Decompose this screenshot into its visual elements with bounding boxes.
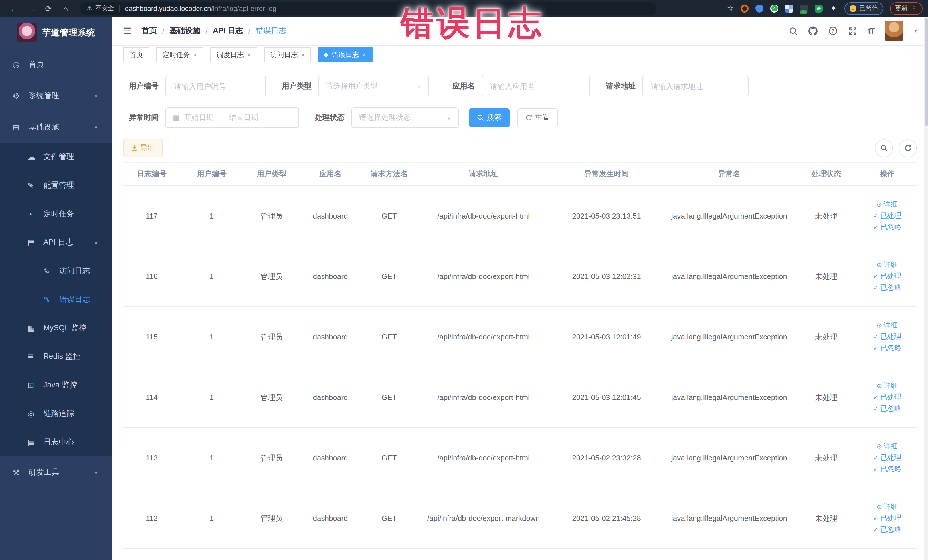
action-已处理[interactable]: ✓已处理 bbox=[873, 392, 901, 402]
toggle-search-button[interactable] bbox=[875, 139, 893, 157]
close-icon[interactable]: × bbox=[363, 51, 366, 58]
request-method-cell: GET bbox=[360, 514, 418, 523]
action-已处理[interactable]: ✓已处理 bbox=[873, 211, 901, 221]
extension-orange-icon[interactable] bbox=[740, 4, 749, 12]
sidebar-item-java-monitor[interactable]: ⊡Java 监控 bbox=[0, 371, 112, 400]
scrollbar-thumb[interactable] bbox=[925, 18, 928, 126]
close-icon[interactable]: × bbox=[301, 51, 305, 58]
menu-kebab-icon[interactable]: ⋮ bbox=[911, 4, 917, 12]
column-header: 日志编号 bbox=[123, 169, 180, 179]
sidebar-item-access-log[interactable]: ✎访问日志 bbox=[0, 257, 112, 285]
tab-label: 定时任务 bbox=[163, 50, 190, 60]
action-已处理[interactable]: ✓已处理 bbox=[873, 514, 901, 523]
export-button[interactable]: 导出 bbox=[123, 139, 163, 157]
github-icon[interactable] bbox=[809, 26, 818, 35]
action-已处理[interactable]: ✓已处理 bbox=[873, 272, 901, 281]
action-详细[interactable]: ⊙详细 bbox=[877, 260, 898, 270]
tab-首页[interactable]: 首页 bbox=[123, 47, 150, 62]
action-已忽略[interactable]: ✓已忽略 bbox=[873, 525, 901, 535]
action-已忽略[interactable]: ✓已忽略 bbox=[873, 283, 901, 293]
sidebar-item-home[interactable]: ◷首页 bbox=[0, 49, 112, 80]
database-icon: ▦ bbox=[27, 323, 40, 333]
action-详细[interactable]: ⊙详细 bbox=[877, 381, 898, 391]
extension-grid-icon[interactable] bbox=[785, 4, 793, 12]
page-scrollbar[interactable] bbox=[924, 17, 928, 560]
sidebar-item-trace[interactable]: ◎链路追踪 bbox=[0, 400, 112, 428]
search-button[interactable]: 搜索 bbox=[469, 108, 510, 127]
extensions-puzzle-icon[interactable]: ✦ bbox=[830, 4, 838, 12]
logo-row[interactable]: 芋道管理系统 bbox=[0, 17, 112, 49]
extension-switch-icon[interactable]: on bbox=[800, 4, 808, 12]
reset-button[interactable]: 重置 bbox=[517, 108, 558, 127]
tab-定时任务[interactable]: 定时任务× bbox=[156, 47, 203, 62]
reload-icon[interactable]: ⟳ bbox=[40, 4, 57, 13]
app-name-input[interactable] bbox=[489, 81, 583, 91]
forward-icon[interactable]: → bbox=[23, 4, 40, 13]
eye-icon: ◎ bbox=[27, 409, 40, 418]
action-已忽略[interactable]: ✓已忽略 bbox=[873, 223, 901, 232]
sidebar-item-api-log[interactable]: ▤API 日志∧ bbox=[0, 228, 112, 257]
date-range-picker[interactable]: ▦ 开始日期 – 结束日期 bbox=[165, 107, 299, 128]
action-已忽略[interactable]: ✓已忽略 bbox=[873, 404, 901, 414]
column-header: 异常发生时间 bbox=[549, 169, 664, 179]
action-详细[interactable]: ⊙详细 bbox=[877, 442, 898, 451]
breadcrumb-item[interactable]: 基础设施 bbox=[169, 26, 200, 36]
address-bar[interactable]: ⚠ 不安全 dashboard.yudao.iocoder.cn/infra/l… bbox=[80, 2, 656, 15]
action-已忽略[interactable]: ✓已忽略 bbox=[873, 343, 901, 353]
divider bbox=[119, 5, 120, 12]
sidebar-item-infra[interactable]: ⊞基础设施∧ bbox=[0, 111, 112, 143]
paused-badge[interactable]: 已暂停 bbox=[844, 2, 883, 15]
extension-blue-icon[interactable] bbox=[756, 4, 763, 12]
process-status-select[interactable]: 请选择处理状态 ∨ bbox=[351, 107, 459, 128]
help-icon[interactable]: ? bbox=[829, 26, 838, 35]
bookmark-star-icon[interactable]: ☆ bbox=[727, 4, 734, 12]
user-avatar[interactable] bbox=[885, 21, 904, 41]
close-icon[interactable]: × bbox=[247, 51, 251, 58]
check-icon: ✓ bbox=[873, 273, 878, 280]
tab-调度日志[interactable]: 调度日志× bbox=[210, 47, 257, 62]
request-url-input[interactable] bbox=[650, 81, 741, 91]
sidebar-item-mysql-monitor[interactable]: ▦MySQL 监控 bbox=[0, 314, 112, 342]
sidebar-item-scheduled-job[interactable]: ◔定时任务 bbox=[0, 200, 112, 228]
breadcrumb-item[interactable]: 首页 bbox=[142, 26, 157, 36]
sidebar-item-file-manage[interactable]: ☁文件管理 bbox=[0, 143, 112, 171]
user-id-input[interactable] bbox=[173, 81, 258, 91]
actions-cell: ⊙详细✓已处理✓已忽略 bbox=[858, 381, 917, 414]
extension-green-check-icon[interactable]: ✓ bbox=[770, 4, 778, 12]
action-已忽略[interactable]: ✓已忽略 bbox=[873, 464, 901, 474]
sidebar-item-label: 错误日志 bbox=[60, 294, 90, 305]
extension-leaf-icon[interactable]: ❋ bbox=[815, 4, 823, 12]
sidebar-item-log-center[interactable]: ▤日志中心 bbox=[0, 428, 112, 456]
sidebar-item-redis-monitor[interactable]: ≣Redis 监控 bbox=[0, 342, 112, 371]
sidebar-item-system[interactable]: ⚙系统管理∨ bbox=[0, 80, 112, 111]
action-详细[interactable]: ⊙详细 bbox=[877, 502, 898, 512]
hamburger-icon[interactable]: ☰ bbox=[123, 25, 131, 36]
breadcrumb-item[interactable]: API 日志 bbox=[213, 26, 243, 36]
sidebar-item-dev-tools[interactable]: ⚒研发工具∨ bbox=[0, 456, 112, 488]
sidebar-item-error-log[interactable]: ✎错误日志 bbox=[0, 285, 112, 314]
action-已处理[interactable]: ✓已处理 bbox=[873, 453, 901, 463]
back-icon[interactable]: ← bbox=[6, 4, 23, 13]
refresh-button[interactable] bbox=[899, 139, 917, 157]
sidebar-item-label: Java 监控 bbox=[43, 380, 77, 390]
breadcrumb: 首页/基础设施/API 日志/错误日志 bbox=[142, 26, 286, 36]
app-name-field[interactable] bbox=[482, 76, 590, 96]
tab-错误日志[interactable]: 错误日志× bbox=[318, 47, 372, 62]
user-id-field[interactable] bbox=[165, 76, 266, 96]
user-type-select[interactable]: 请选择用户类型 ∨ bbox=[318, 76, 429, 96]
update-button[interactable]: 更新 ⋮ bbox=[890, 2, 923, 15]
close-icon[interactable]: × bbox=[194, 51, 197, 58]
action-已处理[interactable]: ✓已处理 bbox=[873, 332, 901, 342]
chevron-down-icon[interactable]: ▾ bbox=[914, 28, 917, 34]
check-icon: ✓ bbox=[873, 212, 878, 220]
calendar-icon: ▦ bbox=[173, 113, 179, 122]
action-详细[interactable]: ⊙详细 bbox=[877, 200, 898, 209]
fullscreen-icon[interactable] bbox=[849, 26, 857, 35]
sidebar-item-config-manage[interactable]: ✎配置管理 bbox=[0, 171, 112, 200]
action-详细[interactable]: ⊙详细 bbox=[877, 320, 898, 330]
search-icon[interactable] bbox=[789, 26, 798, 35]
tab-访问日志[interactable]: 访问日志× bbox=[264, 47, 311, 62]
request-url-field[interactable] bbox=[643, 76, 749, 96]
font-size-icon[interactable]: tT bbox=[868, 26, 875, 35]
home-icon[interactable]: ⌂ bbox=[57, 4, 74, 13]
